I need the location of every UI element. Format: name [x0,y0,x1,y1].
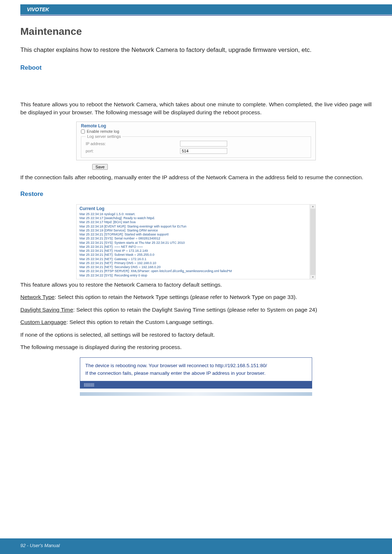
scrollbar[interactable]: ▴ ▾ [310,205,315,279]
network-type-text: : Select this option to retain the Netwo… [54,294,297,300]
log-line: Mar 25 22:34:21 [NET]: Subnet Mask = 255… [79,253,313,257]
gradient-strip [80,392,312,396]
save-button[interactable]: Save [92,164,108,170]
custom-language-label: Custom Language [20,319,66,325]
log-line: Mar 25 22:34:17 [swatchdog]: Ready to wa… [79,216,313,220]
restore-text-1: This feature allows you to restore the N… [20,281,372,289]
port-input[interactable] [180,148,227,154]
port-row: port: [86,148,306,154]
custom-language-text: : Select this option to retain the Custo… [66,319,214,325]
ip-address-input[interactable] [180,141,227,147]
reboot-text-1: This feature allows you to reboot the Ne… [20,100,372,117]
restore-heading: Restore [20,190,372,198]
scroll-up-icon[interactable]: ▴ [312,205,314,208]
log-line: Mar 25 22:34:21 [NET]: Primary DNS = 192… [79,261,313,265]
restore-text-3: The following message is displayed durin… [20,343,372,351]
network-type-label: Network Type [20,294,54,300]
log-line: Mar 25 22:34:22 [SYS]: Recording entry 0… [79,274,313,278]
log-line: Mar 25 22:34:17 httpd: [BOA] start boa [79,220,313,224]
brand-text: VIVOTEK [27,7,49,12]
brand-bar: VIVOTEK [20,4,392,15]
log-line: Mar 25 22:34:21 [NET]: Host IP = 172.16.… [79,249,313,253]
dst-text: : Select this option to retain the Dayli… [73,307,317,313]
spacer [20,78,372,100]
current-log-panel: Current Log Mar 25 22:34:16 syslogd 1.5.… [76,204,316,279]
ip-address-row: IP address: [86,141,306,147]
log-line: Mar 25 22:34:21 [NET]: Gateway = 172.16.… [79,257,313,261]
scroll-thumb[interactable] [310,209,315,275]
current-log-title: Current Log [79,206,313,212]
log-server-settings-fieldset: Log server settings IP address: port: [81,134,311,158]
log-line: Mar 25 22:34:19 [DRM Service]: Starting … [79,229,313,233]
page-header: VIVOTEK [0,0,392,16]
intro-paragraph: This chapter explains how to restore the… [20,45,372,55]
network-type-paragraph: Network Type: Select this option to reta… [20,293,372,301]
reboot-progress-bars: |||||||||| [84,382,94,387]
log-line: Mar 25 22:34:21 [RTSP SERVER]: XMLSParse… [79,269,313,273]
dst-label: Daylight Saving Time [20,307,73,313]
remote-log-panel: Remote Log Enable remote log Log server … [76,122,316,160]
footer-text: 92 - User's Manual [20,543,60,548]
scroll-down-icon[interactable]: ▾ [312,275,314,279]
dst-paragraph: Daylight Saving Time: Select this option… [20,306,372,314]
custom-language-paragraph: Custom Language: Select this option to r… [20,318,372,326]
reboot-banner-text: The device is rebooting now. Your browse… [80,358,312,381]
reboot-progress-bar: |||||||||| [80,381,312,388]
ip-address-label: IP address: [86,141,180,146]
reboot-text-2: If the connection fails after rebooting,… [20,173,372,181]
log-line: Mar 25 22:34:16 syslogd 1.5.0: restart. [79,212,313,216]
log-line: Mar 25 22:34:21 [NET]: === NET INFO === [79,245,313,249]
enable-remote-log-row: Enable remote log [81,129,311,134]
restore-text-2: If none of the options is selected, all … [20,331,372,339]
remote-log-title: Remote Log [81,123,311,128]
enable-remote-log-label: Enable remote log [87,129,119,134]
reboot-heading: Reboot [20,64,372,71]
page-title: Maintenance [20,26,372,37]
log-line: Mar 25 22:34:21 [SYS]: Serial number = 0… [79,237,313,241]
log-line: Mar 25 22:34:21 [NET]: Secondary DNS = 1… [79,265,313,269]
page-footer: 92 - User's Manual [0,538,392,554]
reboot-banner-line2: If the connection fails, please manually… [85,370,307,377]
reboot-banner-line1: The device is rebooting now. Your browse… [85,362,307,370]
log-line: Mar 25 22:34:21 [STORMGR]: Started with … [79,233,313,237]
log-lines-container: Mar 25 22:34:16 syslogd 1.5.0: restart.M… [79,212,313,278]
log-line: Mar 25 22:34:18 [EVENT MGR]: Starting ev… [79,225,313,229]
reboot-banner: The device is rebooting now. Your browse… [80,357,312,389]
log-line: Mar 25 22:34:21 [SYS]: System starts at … [79,241,313,245]
content-area: Maintenance This chapter explains how to… [0,16,392,396]
enable-remote-log-checkbox[interactable] [81,130,85,134]
log-server-settings-legend: Log server settings [86,134,122,139]
port-label: port: [86,149,180,153]
